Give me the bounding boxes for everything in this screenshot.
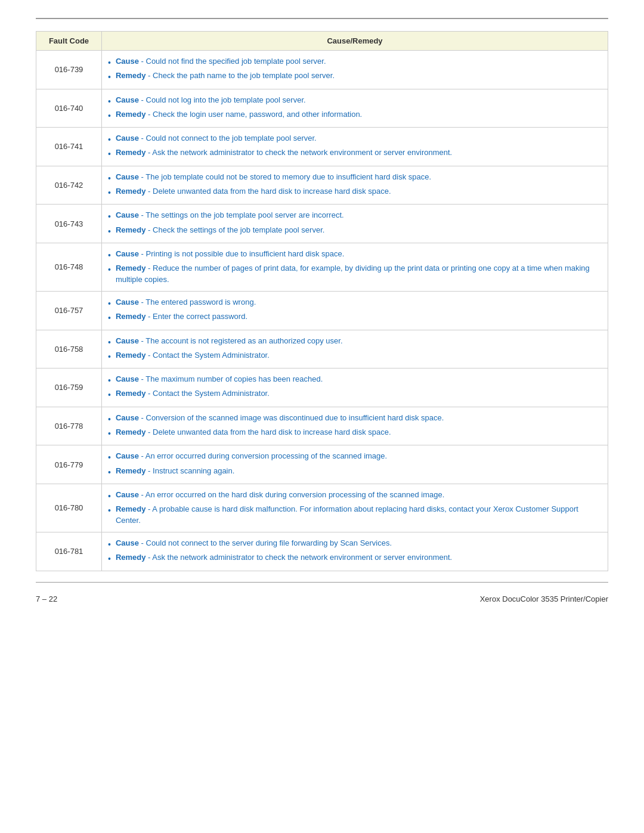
- bullet-icon: •: [108, 538, 111, 550]
- bullet-icon: •: [108, 336, 111, 348]
- cause-remedy-cell: •Cause - Could not connect to the server…: [102, 532, 608, 571]
- cause-text: Cause - The job template could not be st…: [116, 172, 602, 183]
- cause-entry: •Cause - An error occurred during conver…: [108, 451, 602, 463]
- bullet-icon: •: [108, 298, 111, 309]
- remedy-text: Remedy - Check the settings of the job t…: [116, 225, 602, 236]
- bullet-icon: •: [108, 428, 111, 439]
- cause-remedy-cell: •Cause - Printing is not possible due to…: [102, 243, 608, 291]
- fault-code-cell: 016-759: [36, 368, 102, 407]
- bullet-icon: •: [108, 264, 111, 275]
- cause-text: Cause - Could not connect to the job tem…: [116, 133, 602, 144]
- bullet-icon: •: [108, 187, 111, 199]
- bullet-icon: •: [108, 148, 111, 160]
- cause-text: Cause - Printing is not possible due to …: [116, 249, 602, 260]
- bullet-icon: •: [108, 312, 111, 324]
- cause-remedy-cell: •Cause - Conversion of the scanned image…: [102, 407, 608, 445]
- bullet-icon: •: [108, 451, 111, 463]
- fault-code-cell: 016-778: [36, 407, 102, 445]
- fault-code-cell: 016-758: [36, 330, 102, 368]
- remedy-text: Remedy - Delete unwanted data from the h…: [116, 427, 602, 438]
- bullet-icon: •: [108, 504, 111, 516]
- remedy-text: Remedy - Contact the System Administrato…: [116, 388, 602, 400]
- fault-code-cell: 016-743: [36, 205, 102, 243]
- bullet-icon: •: [108, 413, 111, 425]
- remedy-entry: •Remedy - Check the login user name, pas…: [108, 109, 602, 122]
- bullet-icon: •: [108, 134, 111, 145]
- bullet-icon: •: [108, 553, 111, 565]
- col-fault-code-header: Fault Code: [36, 32, 102, 51]
- cause-remedy-cell: •Cause - Could not find the specified jo…: [102, 51, 608, 89]
- cause-entry: •Cause - The maximum number of copies ha…: [108, 374, 602, 386]
- remedy-entry: •Remedy - Instruct scanning again.: [108, 466, 602, 478]
- bullet-icon: •: [108, 110, 111, 122]
- footer-product-name: Xerox DocuColor 3535 Printer/Copier: [480, 594, 608, 603]
- top-rule: [36, 18, 608, 19]
- bullet-icon: •: [108, 466, 111, 478]
- remedy-text: Remedy - Ask the network administrator t…: [116, 552, 602, 563]
- remedy-text: Remedy - Instruct scanning again.: [116, 466, 602, 477]
- cause-remedy-cell: •Cause - Could not connect to the job te…: [102, 128, 608, 166]
- fault-code-cell: 016-757: [36, 291, 102, 330]
- cause-text: Cause - An error occurred on the hard di…: [116, 490, 602, 501]
- bullet-icon: •: [108, 210, 111, 222]
- cause-entry: •Cause - An error occurred on the hard d…: [108, 490, 602, 502]
- fault-code-cell: 016-779: [36, 445, 102, 484]
- cause-entry: •Cause - The account is not registered a…: [108, 336, 602, 348]
- bullet-icon: •: [108, 389, 111, 401]
- bullet-icon: •: [108, 249, 111, 261]
- cause-remedy-cell: •Cause - The settings on the job templat…: [102, 205, 608, 243]
- cause-remedy-cell: •Cause - The account is not registered a…: [102, 330, 608, 368]
- cause-entry: •Cause - Printing is not possible due to…: [108, 249, 602, 261]
- cause-entry: •Cause - Could not connect to the job te…: [108, 133, 602, 145]
- remedy-entry: •Remedy - Delete unwanted data from the …: [108, 427, 602, 439]
- cause-text: Cause - The account is not registered as…: [116, 336, 602, 347]
- remedy-entry: •Remedy - Contact the System Administrat…: [108, 350, 602, 363]
- remedy-text: Remedy - Reduce the number of pages of p…: [116, 263, 602, 286]
- cause-text: Cause - Could not connect to the server …: [116, 538, 602, 549]
- remedy-text: Remedy - Enter the correct password.: [116, 311, 602, 323]
- col-cause-remedy-header: Cause/Remedy: [102, 32, 608, 51]
- remedy-entry: •Remedy - Ask the network administrator …: [108, 552, 602, 565]
- bottom-rule: [36, 582, 608, 583]
- cause-remedy-cell: •Cause - An error occurred during conver…: [102, 445, 608, 484]
- remedy-entry: •Remedy - Ask the network administrator …: [108, 147, 602, 160]
- remedy-entry: •Remedy - Check the settings of the job …: [108, 225, 602, 237]
- remedy-text: Remedy - Contact the System Administrato…: [116, 350, 602, 361]
- fault-code-cell: 016-748: [36, 243, 102, 291]
- cause-remedy-cell: •Cause - An error occurred on the hard d…: [102, 484, 608, 532]
- cause-remedy-cell: •Cause - The entered password is wrong.•…: [102, 291, 608, 330]
- remedy-entry: •Remedy - Enter the correct password.: [108, 311, 602, 324]
- remedy-text: Remedy - Check the path name to the job …: [116, 70, 602, 82]
- fault-code-cell: 016-781: [36, 532, 102, 571]
- cause-entry: •Cause - The settings on the job templat…: [108, 210, 602, 222]
- fault-code-cell: 016-780: [36, 484, 102, 532]
- cause-remedy-cell: •Cause - The maximum number of copies ha…: [102, 368, 608, 407]
- bullet-icon: •: [108, 95, 111, 107]
- remedy-text: Remedy - Delete unwanted data from the h…: [116, 186, 602, 197]
- cause-text: Cause - The settings on the job template…: [116, 210, 602, 221]
- cause-entry: •Cause - Could not find the specified jo…: [108, 56, 602, 69]
- bullet-icon: •: [108, 225, 111, 237]
- cause-text: Cause - Could not log into the job templ…: [116, 95, 602, 106]
- cause-text: Cause - An error occurred during convers…: [116, 451, 602, 462]
- cause-entry: •Cause - The entered password is wrong.: [108, 297, 602, 309]
- remedy-entry: •Remedy - Contact the System Administrat…: [108, 388, 602, 401]
- cause-entry: •Cause - Conversion of the scanned image…: [108, 413, 602, 425]
- fault-code-cell: 016-739: [36, 51, 102, 89]
- footer: 7 – 22 Xerox DocuColor 3535 Printer/Copi…: [36, 594, 608, 603]
- bullet-icon: •: [108, 490, 111, 502]
- fault-code-cell: 016-742: [36, 166, 102, 205]
- bullet-icon: •: [108, 351, 111, 363]
- remedy-entry: •Remedy - A probable cause is hard disk …: [108, 504, 602, 527]
- bullet-icon: •: [108, 172, 111, 184]
- remedy-entry: •Remedy - Check the path name to the job…: [108, 70, 602, 83]
- cause-text: Cause - Could not find the specified job…: [116, 56, 602, 67]
- cause-text: Cause - The maximum number of copies has…: [116, 374, 602, 385]
- remedy-entry: •Remedy - Reduce the number of pages of …: [108, 263, 602, 286]
- footer-page-number: 7 – 22: [36, 594, 57, 603]
- remedy-text: Remedy - Check the login user name, pass…: [116, 109, 602, 120]
- fault-code-cell: 016-741: [36, 128, 102, 166]
- cause-text: Cause - Conversion of the scanned image …: [116, 413, 602, 424]
- bullet-icon: •: [108, 71, 111, 83]
- fault-code-table: Fault Code Cause/Remedy 016-739•Cause - …: [36, 31, 608, 571]
